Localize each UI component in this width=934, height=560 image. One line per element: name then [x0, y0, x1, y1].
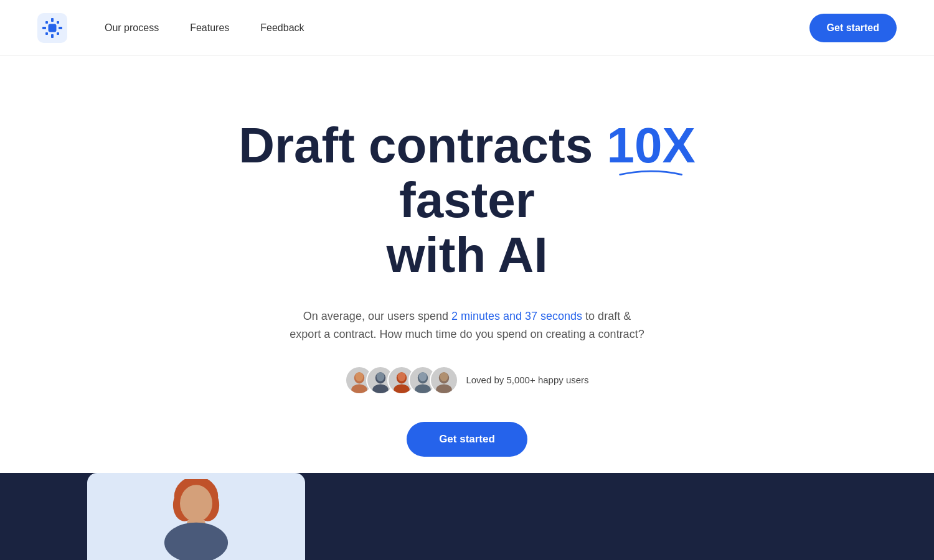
- svg-point-21: [419, 372, 427, 381]
- hero-get-started-button[interactable]: Get started: [407, 422, 527, 457]
- svg-point-18: [398, 372, 406, 381]
- svg-rect-5: [59, 27, 62, 29]
- svg-rect-1: [49, 24, 56, 32]
- svg-point-15: [377, 372, 385, 381]
- hero-title-part1: Draft contracts: [238, 118, 606, 173]
- svg-rect-9: [57, 32, 59, 35]
- avatars-row: Loved by 5,000+ happy users: [345, 366, 588, 394]
- svg-rect-3: [51, 34, 54, 38]
- svg-point-20: [415, 384, 432, 393]
- hero-title-line2: with AI: [386, 227, 547, 282]
- person-silhouette-icon: [134, 479, 258, 560]
- hero-subtitle-part1: On average, our users spend: [303, 310, 451, 322]
- svg-point-30: [164, 523, 228, 560]
- svg-point-24: [440, 372, 448, 381]
- loved-text: Loved by 5,000+ happy users: [466, 375, 588, 385]
- navbar: Our process Features Feedback Get starte…: [0, 0, 934, 56]
- nav-link-our-process[interactable]: Our process: [105, 22, 159, 34]
- nav-links: Our process Features Feedback: [105, 22, 809, 34]
- nav-get-started-button[interactable]: Get started: [809, 14, 897, 42]
- hero-subtitle: On average, our users spend 2 minutes an…: [286, 307, 648, 343]
- svg-point-12: [356, 372, 364, 381]
- logo-icon: [37, 13, 67, 43]
- avatar-stack: [345, 366, 458, 394]
- svg-rect-2: [51, 18, 54, 22]
- bottom-card: [87, 473, 305, 560]
- svg-rect-4: [42, 27, 46, 29]
- nav-link-feedback[interactable]: Feedback: [260, 22, 304, 34]
- svg-point-17: [394, 384, 410, 393]
- svg-rect-8: [45, 32, 48, 35]
- svg-point-28: [180, 485, 212, 521]
- svg-point-14: [373, 384, 389, 393]
- hero-stat-highlight: 2 minutes and 37 seconds: [451, 310, 582, 322]
- svg-rect-7: [57, 21, 59, 24]
- nav-link-features[interactable]: Features: [190, 22, 229, 34]
- svg-point-11: [352, 384, 368, 393]
- logo[interactable]: [37, 13, 67, 43]
- hero-title: Draft contracts 10X faster with AI: [187, 118, 747, 282]
- bottom-section: [0, 473, 934, 560]
- svg-point-23: [436, 384, 453, 393]
- highlight-underline-icon: [606, 167, 695, 178]
- hero-section: Draft contracts 10X faster with AI On av…: [0, 56, 934, 457]
- hero-title-part2: faster: [399, 172, 535, 228]
- hero-highlight: 10X: [606, 118, 695, 173]
- svg-rect-6: [45, 21, 48, 24]
- avatar-5: [430, 366, 458, 394]
